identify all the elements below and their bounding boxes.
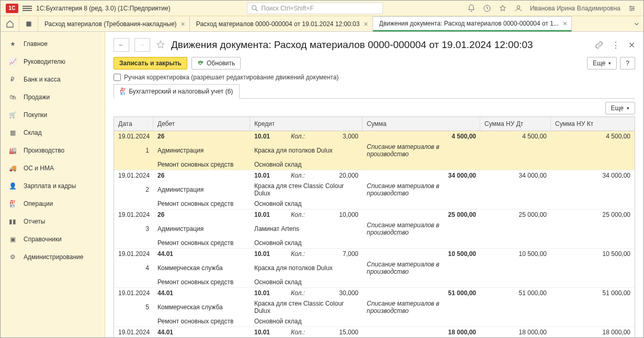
back-button[interactable]: ←: [114, 38, 129, 52]
gear-icon: ⚙: [8, 253, 17, 261]
cart-icon: 🛒: [8, 111, 17, 119]
tab-1[interactable]: Расход материалов (Требования-накладные)…: [38, 16, 190, 31]
manual-edit-checkbox[interactable]: [114, 74, 121, 81]
sidebar-item-hr[interactable]: 👤Зарплата и кадры: [1, 177, 105, 195]
col-credit[interactable]: Кредит: [250, 117, 363, 131]
pinned-icon[interactable]: [19, 16, 38, 31]
document-tabs: Расход материалов (Требования-накладные)…: [1, 16, 643, 32]
sidebar-item-manager[interactable]: 📈Руководителю: [1, 53, 105, 71]
cell-debit-sub2: Ремонт основных средств: [153, 316, 250, 327]
table-row[interactable]: 19.01.2024 44.01 10.01 Кол.: 15,000 18 0…: [114, 327, 635, 337]
tab-accounting[interactable]: ДтКт Бухгалтерский и налоговый учет (6): [114, 84, 240, 99]
refresh-button[interactable]: Обновить: [191, 57, 241, 69]
manual-edit-label: Ручная корректировка (разрешает редактир…: [124, 74, 338, 81]
cell-debit-acc: 44.01: [153, 249, 250, 259]
cell-material: Ламинат Artens: [250, 224, 363, 234]
sidebar-item-reports[interactable]: ▮▮Отчеты: [1, 213, 105, 230]
cell-qty: 7,000: [310, 249, 363, 259]
cell-sum: 10 500,00: [363, 249, 480, 259]
tab-3-label: Движения документа: Расход материалов 00…: [379, 20, 559, 27]
dtkt-icon: ДтКт: [8, 200, 17, 208]
user-name[interactable]: Иванова Ирина Владимировна: [530, 5, 620, 12]
table-row[interactable]: 19.01.2024 44.01 10.01 Кол.: 7,000 10 50…: [114, 249, 635, 288]
tab-3[interactable]: Движения документа: Расход материалов 00…: [373, 16, 572, 31]
table-row[interactable]: 19.01.2024 26 10.01 Кол.: 20,000 34 000,…: [114, 170, 635, 209]
cell-debit-acc: 44.01: [153, 327, 250, 337]
cell-debit-sub2: Ремонт основных средств: [153, 159, 250, 170]
cell-qty-label: Кол.:: [287, 170, 310, 181]
home-icon[interactable]: [1, 16, 19, 31]
sidebar-label: Склад: [24, 129, 42, 136]
cell-qty-label: Кол.:: [287, 288, 310, 298]
close-icon[interactable]: ×: [181, 20, 185, 28]
app-title: 1С:Бухгалтерия 8 (ред. 3.0) (1С:Предприя…: [36, 5, 171, 12]
cell-debit-sub1: Коммерческая служба: [153, 302, 250, 312]
cell-debit-sub1: Администрация: [153, 184, 250, 195]
cell-sum: 4 500,00: [363, 131, 480, 142]
cell-nud: 10 500,00: [480, 249, 551, 259]
cell-location: Основной склад: [250, 277, 363, 287]
app-logo: 1С: [6, 4, 18, 13]
close-button[interactable]: ✕: [628, 40, 635, 50]
search-input[interactable]: Поиск Ctrl+Shift+F: [247, 3, 383, 14]
cell-nud: 4 500,00: [480, 131, 551, 142]
save-close-button[interactable]: Записать и закрыть: [114, 57, 187, 69]
col-debit[interactable]: Дебет: [153, 117, 250, 131]
chart-icon: 📈: [8, 57, 17, 66]
col-sum[interactable]: Сумма: [363, 117, 480, 131]
favorite-star-icon[interactable]: [155, 40, 166, 50]
col-date[interactable]: Дата: [114, 117, 153, 131]
more-button[interactable]: Еще ▾: [587, 57, 617, 69]
cell-credit-acc: 10.01: [250, 131, 287, 142]
col-nuk[interactable]: Сумма НУ Кт: [551, 117, 635, 131]
cell-nuk: 10 500,00: [551, 249, 635, 259]
cell-nud: 34 000,00: [480, 170, 551, 181]
ruble-icon: ₽: [8, 75, 17, 84]
sidebar-item-admin[interactable]: ⚙Администрирование: [1, 248, 105, 266]
sidebar-item-purchases[interactable]: 🛒Покупки: [1, 106, 105, 124]
grid-header: Дата Дебет Кредит Сумма Сумма НУ Дт Сумм…: [114, 117, 635, 131]
grid-more-button[interactable]: Еще ▾: [605, 102, 635, 114]
tab-2[interactable]: Расход материалов 0000-000004 от 19.01.2…: [190, 16, 373, 31]
cell-nud: 51 000,00: [480, 288, 551, 298]
cell-sum: 51 000,00: [363, 288, 480, 298]
col-nud[interactable]: Сумма НУ Дт: [480, 117, 551, 131]
history-icon[interactable]: [483, 4, 491, 13]
table-row[interactable]: 19.01.2024 26 10.01 Кол.: 3,000 4 500,00…: [114, 131, 635, 170]
bell-icon[interactable]: [467, 4, 476, 13]
cell-debit-acc: 44.01: [153, 288, 250, 298]
settings-icon[interactable]: [628, 4, 636, 13]
cell-date: 19.01.2024: [114, 131, 153, 142]
sidebar-item-stock[interactable]: ▦Склад: [1, 124, 105, 142]
sidebar-item-assets[interactable]: 🚚ОС и НМА: [1, 159, 105, 177]
cell-qty: 15,000: [310, 327, 363, 337]
cell-debit-sub2: Ремонт основных средств: [153, 277, 250, 287]
table-row[interactable]: 19.01.2024 44.01 10.01 Кол.: 30,000 51 0…: [114, 288, 635, 327]
more-menu-icon[interactable]: ⋮: [612, 40, 620, 50]
sidebar-label: Продажи: [24, 94, 50, 101]
table-row[interactable]: 19.01.2024 26 10.01 Кол.: 10,000 25 000,…: [114, 209, 635, 249]
svg-point-3: [517, 5, 519, 8]
cell-desc: Списание материалов в производство: [363, 259, 480, 277]
help-button[interactable]: ?: [620, 57, 635, 69]
link-icon[interactable]: [595, 41, 603, 49]
sidebar-item-operations[interactable]: ДтКтОперации: [1, 195, 105, 213]
chevron-down-icon[interactable]: [633, 20, 640, 28]
star-icon[interactable]: [499, 4, 507, 13]
cell-sum: 18 000,00: [363, 327, 480, 337]
close-icon[interactable]: ×: [563, 19, 567, 28]
sidebar-item-sales[interactable]: 🛍Продажи: [1, 88, 105, 106]
sidebar-item-production[interactable]: 🏭Производство: [1, 142, 105, 159]
cell-debit-sub2: Ремонт основных средств: [153, 199, 250, 209]
sidebar-item-catalogs[interactable]: ▣Справочники: [1, 230, 105, 248]
cell-debit-acc: 26: [153, 209, 250, 220]
cell-credit-acc: 10.01: [250, 249, 287, 259]
close-icon[interactable]: ×: [364, 20, 368, 28]
person-icon: 👤: [8, 182, 17, 190]
sidebar: ★Главное 📈Руководителю ₽Банк и касса 🛍Пр…: [1, 32, 105, 337]
sidebar-item-main[interactable]: ★Главное: [1, 35, 105, 53]
sidebar-item-bank[interactable]: ₽Банк и касса: [1, 71, 105, 88]
cell-nuk: 34 000,00: [551, 170, 635, 181]
menu-icon[interactable]: [22, 5, 32, 12]
dtkt-icon: ДтКт: [120, 87, 126, 96]
